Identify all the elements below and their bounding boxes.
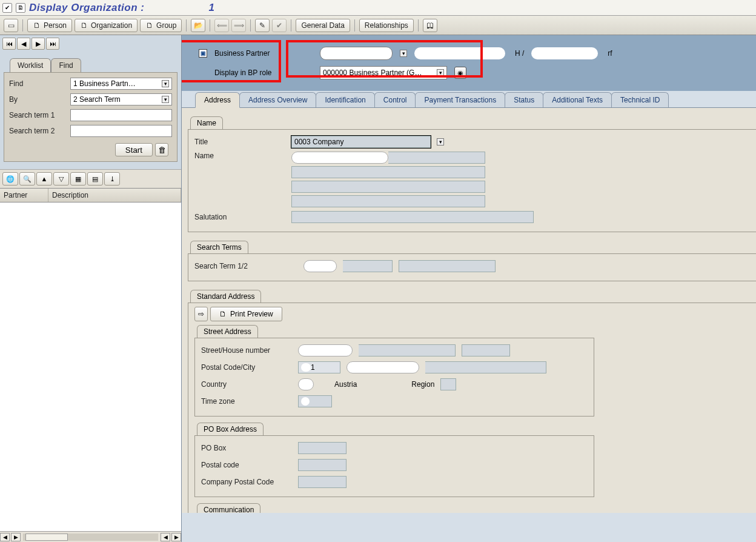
page-title: Display Organization : — [29, 2, 144, 14]
next-icon[interactable]: ▶ — [31, 38, 45, 50]
find-icon[interactable]: 🔍 — [19, 172, 35, 186]
company-postal-field[interactable] — [298, 476, 346, 488]
bp-name-field-2 — [531, 47, 598, 59]
menu-icon[interactable]: ▭ — [4, 19, 18, 32]
open-folder-icon[interactable]: 📂 — [191, 19, 205, 32]
relationships-button[interactable]: Relationships — [359, 19, 414, 32]
country-code-field[interactable] — [298, 378, 314, 390]
bp-number-field[interactable] — [320, 47, 393, 60]
column-icon[interactable]: ▦ — [70, 172, 86, 186]
scroll-right-icon[interactable]: ▶ — [11, 533, 21, 541]
assign-address-icon[interactable]: ⇨ — [194, 307, 208, 321]
search-term-2-field[interactable] — [399, 260, 496, 272]
pobox-postal-field[interactable] — [298, 459, 346, 471]
last-icon[interactable]: ⏭ — [46, 38, 59, 50]
filter-icon[interactable]: ▽ — [53, 172, 69, 186]
print-preview-label: Print Preview — [230, 310, 273, 318]
group-button[interactable]: 🗋Group — [140, 19, 182, 32]
title-select[interactable]: 0003 Company — [291, 136, 431, 148]
tab-status[interactable]: Status — [505, 92, 543, 107]
left-horizontal-scrollbar[interactable]: ◀ ▶ ◀ ▶ — [0, 531, 181, 542]
general-data-button[interactable]: General Data — [296, 19, 350, 32]
tab-find[interactable]: Find — [51, 58, 81, 72]
scroll-left-icon[interactable]: ◀ — [0, 533, 10, 541]
search-term-1-input[interactable] — [70, 109, 172, 121]
partner-column-header[interactable]: Partner — [0, 189, 48, 202]
postal-code-field[interactable]: 1 — [298, 361, 340, 373]
toggle-display-icon[interactable]: ◉ — [454, 67, 466, 79]
street-label: Street/House number — [201, 346, 292, 355]
city-field[interactable] — [346, 361, 419, 373]
document-icon: 🗋 — [33, 21, 41, 30]
left-list-toolbar: 🌐 🔍 ▲ ▽ ▦ ▤ ⤓ — [0, 169, 181, 188]
name-field-1[interactable] — [291, 152, 388, 164]
export-icon[interactable]: ⤓ — [104, 172, 120, 186]
first-icon[interactable]: ⏮ — [2, 38, 16, 50]
person-button[interactable]: 🗋Person — [27, 19, 72, 32]
layout-icon[interactable]: ▤ — [87, 172, 103, 186]
name-field-1b[interactable] — [388, 152, 485, 164]
postal-code-value: 1 — [311, 363, 315, 372]
window-title-bar: ✔ 🗎 Display Organization : 1 — [0, 0, 756, 16]
overview-icon[interactable]: 🕮 — [423, 19, 437, 32]
by-select[interactable]: 2 Search Term ▾ — [70, 93, 172, 105]
start-button[interactable]: Start — [115, 143, 153, 156]
scroll-thumb[interactable] — [25, 534, 68, 541]
scroll-track[interactable] — [23, 534, 158, 541]
dropdown-icon: ▾ — [162, 80, 169, 87]
name-field-4[interactable] — [291, 195, 485, 207]
group-search-terms: Search Terms Search Term 1/2 — [188, 241, 756, 281]
find-select[interactable]: 1 Business Partn… ▾ — [70, 78, 172, 90]
sort-asc-icon[interactable]: ▲ — [36, 172, 52, 186]
group-search-terms-title: Search Terms — [190, 241, 248, 253]
pobox-field[interactable] — [298, 442, 346, 454]
tab-additional-texts[interactable]: Additional Texts — [543, 92, 612, 107]
street-field[interactable] — [298, 344, 353, 356]
bp-role-select[interactable]: 000000 Business Partner (G… ▾ — [320, 66, 447, 79]
print-preview-button[interactable]: 🗋 Print Preview — [210, 307, 282, 321]
organization-label: Organization — [91, 21, 132, 30]
back-icon: ⟸ — [214, 19, 229, 32]
prev-icon[interactable]: ◀ — [17, 38, 30, 50]
left-table-body — [0, 202, 181, 531]
city-ext-field[interactable] — [425, 361, 546, 373]
search-term-label: Search Term 1/2 — [194, 262, 297, 270]
edit-icon[interactable]: ✎ — [255, 19, 270, 32]
timezone-field[interactable] — [298, 395, 332, 407]
bp-role-value: 000000 Business Partner (G… — [323, 69, 422, 77]
pobox-label: PO Box — [201, 444, 292, 452]
tab-address-overview[interactable]: Address Overview — [239, 92, 316, 107]
organization-button[interactable]: 🗋Organization — [75, 19, 138, 32]
pobox-postal-label: Postal code — [201, 461, 292, 469]
street-ext-field[interactable] — [359, 344, 456, 356]
company-postal-label: Company Postal Code — [201, 478, 292, 486]
region-field[interactable] — [440, 378, 456, 390]
search-term-2-label: Search term 2 — [9, 127, 67, 135]
search-term-1-field[interactable] — [303, 260, 337, 272]
house-number-field[interactable] — [462, 344, 510, 356]
search-term-1-ext[interactable] — [343, 260, 393, 272]
trash-icon[interactable]: 🗑 — [155, 143, 168, 156]
dropdown-icon[interactable]: ▾ — [437, 138, 444, 146]
tab-identification[interactable]: Identification — [316, 92, 374, 107]
scroll-right-icon[interactable]: ▶ — [171, 533, 181, 541]
nav-buttons-row: ⏮ ◀ ▶ ⏭ — [0, 35, 181, 52]
tab-payment-transactions[interactable]: Payment Transactions — [415, 92, 505, 107]
refresh-icon[interactable]: 🌐 — [2, 172, 18, 186]
scroll-left-icon[interactable]: ◀ — [161, 533, 170, 541]
name-field-2[interactable] — [291, 166, 485, 178]
tab-worklist[interactable]: Worklist — [10, 58, 51, 72]
toolbar-separator — [418, 19, 419, 32]
name-field-3[interactable] — [291, 181, 485, 193]
salutation-field[interactable] — [291, 211, 534, 223]
name-field-label: Name — [194, 152, 285, 160]
tab-address[interactable]: Address — [195, 92, 240, 108]
value-help-icon[interactable]: ▾ — [400, 50, 407, 57]
search-term-2-input[interactable] — [70, 125, 172, 137]
description-column-header[interactable]: Description — [48, 189, 181, 202]
document-icon: 🗋 — [145, 21, 154, 30]
bp-header: ▣ Business Partner ▾ H / rf Display in B… — [182, 35, 756, 91]
tab-technical-id[interactable]: Technical ID — [611, 92, 669, 107]
group-standard-address: Standard Address ⇨ 🗋 Print Preview Stree… — [188, 290, 756, 513]
tab-control[interactable]: Control — [374, 92, 416, 107]
